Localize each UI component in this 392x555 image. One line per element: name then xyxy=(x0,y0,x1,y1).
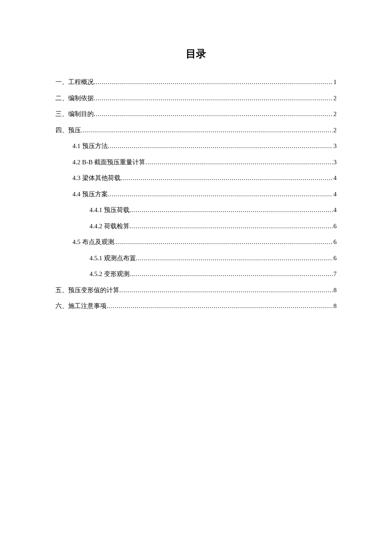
toc-page: 8 xyxy=(333,298,337,314)
toc-leader xyxy=(81,122,333,139)
toc-label: 4.5.1 观测点布置 xyxy=(89,250,136,267)
toc-label: 4.1 预压方法 xyxy=(72,138,108,154)
toc-label: 4.4.2 荷载检算 xyxy=(89,218,130,235)
toc-leader xyxy=(107,298,333,314)
toc-label: 三、编制目的 xyxy=(55,106,94,122)
toc-leader xyxy=(121,170,333,186)
toc-label: 四、预压 xyxy=(55,122,81,139)
toc-entry: 二、编制依据 2 xyxy=(55,90,337,107)
toc-page: 1 xyxy=(333,74,337,90)
toc-entry: 五、预压变形值的计算 8 xyxy=(55,282,337,299)
toc-entry: 四、预压 2 xyxy=(55,122,337,139)
toc-leader xyxy=(119,282,333,299)
toc-label: 4.4.1 预压荷载 xyxy=(89,202,130,218)
toc-page: 6 xyxy=(333,234,337,250)
toc-entry: 4.5 布点及观测 6 xyxy=(55,234,337,250)
toc-leader xyxy=(108,186,333,203)
table-of-contents: 一、工程概况 1 二、编制依据 2 三、编制目的 2 四、预压 2 4.1 预压… xyxy=(55,74,337,314)
toc-leader xyxy=(94,74,333,90)
toc-label: 4.2 B-B 截面预压重量计算 xyxy=(72,154,145,171)
toc-leader xyxy=(130,218,333,235)
toc-leader xyxy=(94,106,333,122)
toc-leader xyxy=(145,154,332,171)
toc-leader xyxy=(136,250,333,267)
toc-page: 7 xyxy=(333,266,337,282)
toc-label: 4.3 梁体其他荷载 xyxy=(72,170,121,186)
toc-leader xyxy=(114,234,333,250)
toc-page: 6 xyxy=(333,250,337,267)
toc-entry: 4.4.2 荷载检算 6 xyxy=(55,218,337,235)
toc-page: 2 xyxy=(333,90,337,107)
toc-entry: 三、编制目的 2 xyxy=(55,106,337,122)
toc-page: 2 xyxy=(333,122,337,139)
toc-page: 4 xyxy=(333,170,337,186)
toc-entry: 4.4 预压方案 4 xyxy=(55,186,337,203)
toc-entry: 4.2 B-B 截面预压重量计算 3 xyxy=(55,154,337,171)
toc-label: 二、编制依据 xyxy=(55,90,94,107)
page-title: 目录 xyxy=(55,47,337,61)
toc-label: 一、工程概况 xyxy=(55,74,94,90)
toc-leader xyxy=(130,202,333,218)
toc-entry: 4.5.1 观测点布置 6 xyxy=(55,250,337,267)
toc-label: 4.5.2 变形观测 xyxy=(89,266,130,282)
toc-leader xyxy=(108,138,333,154)
toc-page: 8 xyxy=(333,282,337,299)
toc-entry: 4.5.2 变形观测 7 xyxy=(55,266,337,282)
toc-entry: 六、施工注意事项 8 xyxy=(55,298,337,314)
toc-label: 六、施工注意事项 xyxy=(55,298,107,314)
toc-entry: 4.4.1 预压荷载 4 xyxy=(55,202,337,218)
toc-leader xyxy=(130,266,333,282)
toc-label: 五、预压变形值的计算 xyxy=(55,282,119,299)
toc-label: 4.5 布点及观测 xyxy=(72,234,114,250)
toc-entry: 一、工程概况 1 xyxy=(55,74,337,90)
toc-label: 4.4 预压方案 xyxy=(72,186,108,203)
toc-page: 3 xyxy=(333,138,337,154)
toc-page: 6 xyxy=(333,218,337,235)
toc-entry: 4.1 预压方法 3 xyxy=(55,138,337,154)
toc-page: 2 xyxy=(333,106,337,122)
toc-page: 4 xyxy=(333,202,337,218)
toc-entry: 4.3 梁体其他荷载 4 xyxy=(55,170,337,186)
toc-leader xyxy=(94,90,333,107)
toc-page: 3 xyxy=(333,154,337,171)
toc-page: 4 xyxy=(333,186,337,203)
